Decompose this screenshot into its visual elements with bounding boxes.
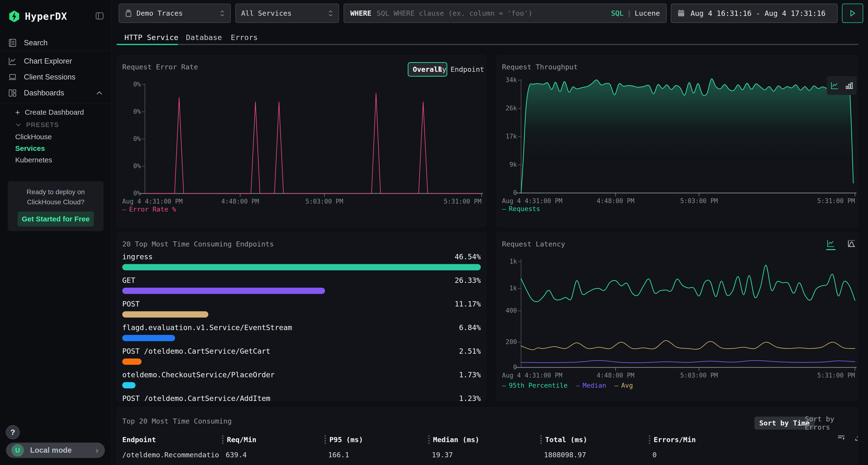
sidebar-collapse-icon[interactable] [95,12,104,21]
user-mode-label: Local mode [30,446,72,455]
play-icon [849,9,856,17]
histogram-chart-type-button[interactable] [847,239,856,250]
sidebar-item-dashboards[interactable]: Dashboards [8,85,106,101]
legend-item[interactable]: —Error Rate % [122,205,176,213]
endpoint-bar [122,288,325,294]
help-button[interactable]: ? [6,425,20,439]
drag-handle-icon[interactable] [540,435,542,444]
user-menu[interactable]: U Local mode › [6,442,105,458]
table-cell[interactable]: 639.4 [226,449,247,461]
legend-swatch: — [502,205,506,212]
app-logo[interactable]: HyperDX [8,9,104,24]
sql-mode-button[interactable]: SQL [611,9,623,18]
chevron-up-icon[interactable] [96,89,103,97]
chevron-down-icon [15,123,22,127]
table-cell[interactable]: 19.37 [432,449,453,461]
y-axis-tick-label: 200 [497,338,517,345]
table-header-cell[interactable]: Errors/Min [649,434,696,445]
endpoint-bar [122,335,175,341]
time-range-picker[interactable]: Aug 4 16:31:16 - Aug 4 17:31:16 [671,4,838,23]
service-select[interactable]: All Services [235,4,339,23]
legend-swatch: — [122,205,126,213]
table-header-cell[interactable]: Total (ms) [540,434,587,445]
tab-database[interactable]: Database [186,33,222,42]
panel-top-endpoints: 20 Top Most Time Consuming Endpoints ing… [117,232,486,401]
x-axis-tick-label: 5:31:00 PM [775,372,855,379]
endpoint-row[interactable]: POST /oteldemo.CartService/GetCart2.51% [122,347,481,365]
sidebar-item-client-sessions[interactable]: Client Sessions [8,69,106,85]
service-select-value: All Services [241,9,292,18]
clickhouse-cloud-card: Ready to deploy on ClickHouse Cloud? Get… [8,181,104,231]
endpoint-bar [122,382,135,388]
y-axis-tick-label: 0% [118,81,141,88]
drag-handle-icon[interactable] [222,435,223,444]
x-axis-tick-label: 5:03:00 PM [660,197,738,204]
table-header-cell[interactable]: Median (ms) [428,434,479,445]
error-rate-chart[interactable]: 0%0%0%0%0%Aug 4 4:31:00 PM4:48:00 PM5:03… [117,56,486,227]
table-cell[interactable]: 1808098.97 [544,449,586,461]
legend-item[interactable]: —95th Percentile [502,381,567,389]
search-input[interactable] [377,9,611,18]
latency-chart[interactable]: 1k1k4002000Aug 4 4:31:00 PM4:48:00 PM5:0… [497,233,858,401]
tab-http-service[interactable]: HTTP Service [124,33,179,42]
get-started-button[interactable]: Get Started for Free [18,211,94,227]
x-axis-tick-label: 5:31:00 PM [775,197,855,204]
y-axis-tick-label: 26k [497,105,517,112]
endpoint-name: GET [122,276,135,285]
legend-item[interactable]: —Requests [502,205,540,212]
sidebar-item-search[interactable]: Search [8,35,106,51]
endpoint-row[interactable]: oteldemo.CheckoutService/PlaceOrder1.73% [122,371,481,388]
endpoint-row[interactable]: ingress46.54% [122,253,481,270]
source-select[interactable]: Demo Traces [119,4,231,23]
drag-handle-icon[interactable] [428,435,430,444]
sort-by-errors-button[interactable]: Sort by Errors [805,417,858,430]
legend-label: Median [583,381,606,389]
x-axis-tick-label: Aug 4 4:31:00 PM [502,197,562,204]
presets-section-toggle[interactable]: PRESETS [15,118,106,132]
wrap-lines-icon[interactable] [837,433,845,443]
line-chart-type-button[interactable] [830,81,839,90]
table-cell[interactable]: 166.1 [328,449,349,461]
sidebar-item-chart-explorer[interactable]: Chart Explorer [8,54,106,69]
legend-swatch: — [502,381,506,389]
endpoint-name: oteldemo.CheckoutService/PlaceOrder [122,371,275,379]
throughput-chart[interactable]: 34k26k17k9k0Aug 4 4:31:00 PM4:48:00 PM5:… [497,56,858,227]
drag-handle-icon[interactable] [324,435,326,444]
y-axis-tick-label: 0% [118,135,141,142]
sidebar-item-label: Client Sessions [24,73,75,81]
tab-errors[interactable]: Errors [231,33,258,42]
y-axis-tick-label: 1k [497,258,517,265]
drag-handle-icon[interactable] [649,435,650,444]
table-cell[interactable]: /oteldemo.RecommendationServ [122,449,219,461]
lucene-mode-button[interactable]: Lucene [634,9,660,18]
panel-title: Top 20 Most Time Consuming [122,417,232,425]
endpoint-percent: 1.23% [459,394,481,401]
sidebar-item-kubernetes[interactable]: Kubernetes [15,153,106,167]
panel-request-error-rate: Request Error Rate Overall By Endpoint 0… [117,56,486,227]
endpoint-row[interactable]: flagd.evaluation.v1.Service/EventStream6… [122,323,481,341]
endpoint-percent: 46.54% [455,253,481,261]
table-header-cell[interactable]: P95 (ms) [324,434,363,445]
y-axis-tick-label: 17k [497,133,517,140]
endpoint-row[interactable]: POST /oteldemo.CartService/AddItem1.23% [122,394,481,401]
endpoint-name: POST /oteldemo.CartService/AddItem [122,394,270,401]
line-chart-type-button[interactable] [826,239,836,250]
endpoint-name: flagd.evaluation.v1.Service/EventStream [122,323,292,332]
endpoint-row[interactable]: GET26.33% [122,276,481,294]
download-icon[interactable] [854,433,858,443]
endpoint-name: POST /oteldemo.CartService/GetCart [122,347,270,356]
bar-chart-type-button[interactable] [845,81,853,90]
legend-item[interactable]: —Median [576,381,606,389]
endpoint-bar [122,264,481,270]
endpoint-row[interactable]: POST11.17% [122,300,481,318]
table-header-cell[interactable]: Endpoint [122,434,156,445]
legend-label: Error Rate % [129,205,176,213]
sidebar: HyperDX Search Chart Explorer Client Ses… [0,0,112,465]
create-dashboard-button[interactable]: + Create Dashboard [15,105,106,119]
table-cell[interactable]: 0 [652,449,656,461]
run-query-button[interactable] [842,4,863,23]
endpoint-list: ingress46.54%GET26.33%POST11.17%flagd.ev… [122,253,481,401]
chart-legend: —Error Rate % [122,205,176,213]
legend-item[interactable]: —Avg [614,381,633,389]
table-header-cell[interactable]: Req/Min [222,434,256,445]
